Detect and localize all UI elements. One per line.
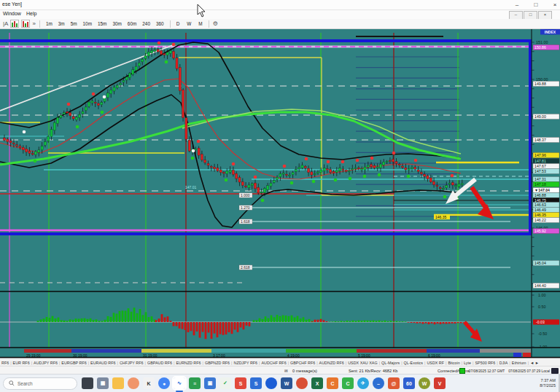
instrument-tab-euraud-rf6[interactable]: EURAUD RF6 (89, 361, 117, 365)
status-messages: 0 message(s) (292, 369, 317, 373)
time-axis-label: 3 17:00 (213, 353, 225, 358)
instrument-tab-ql-majors[interactable]: QL-Majors (380, 361, 401, 365)
price-tag-label: 149.00 (534, 114, 546, 119)
candle (263, 189, 265, 192)
instrument-tab-usdx-xau-xag[interactable]: USDX XAU XAG (346, 361, 378, 365)
taskbar-app-s-blue[interactable]: S (250, 377, 262, 389)
menu-window[interactable]: Window (3, 11, 21, 16)
font-tool-icon[interactable]: |A (3, 20, 8, 28)
buy-signal-dot (443, 195, 447, 199)
chart-canvas[interactable]: 151.00150.00146.001.000.50-0.50-1.00150.… (0, 29, 560, 358)
instrument-tab-nzdjpy-rf6[interactable]: NZDJPY RF6 (233, 361, 260, 365)
macd-bar (303, 317, 305, 322)
buy-signal-dot (349, 177, 352, 181)
time-axis-label: 30 19:00 (73, 353, 88, 358)
taskbar-app-c-green[interactable]: C (342, 377, 354, 389)
instrument-tab-gbpchf-rf6[interactable]: GBPCHF RF6 (289, 361, 316, 365)
timeframe-button-240[interactable]: 240 (140, 20, 152, 28)
instrument-tab-audchf-rf6[interactable]: AUDCHF RF6 (260, 361, 287, 365)
window-close-button[interactable]: × (547, 0, 560, 9)
candle (414, 167, 416, 169)
taskbar-app-k-editor[interactable]: K (143, 377, 155, 389)
instrument-tab-audnzd-rf6[interactable]: AUDNZD RF6 (318, 361, 346, 365)
macd-bar (329, 321, 331, 322)
macd-bar (63, 321, 66, 322)
search-input[interactable]: Search (3, 377, 77, 390)
instrument-tab-gbpnzd-rf6[interactable]: GBPNZD RF6 (203, 361, 231, 365)
candle-chart-icon[interactable] (10, 20, 19, 28)
macd-bar (84, 318, 86, 322)
taskbar-app-red-circle-app[interactable] (296, 377, 308, 389)
menu-help[interactable]: Help (26, 11, 36, 16)
timeframe-button-1m[interactable]: 1m (44, 20, 55, 28)
period-button-M[interactable]: M (196, 20, 204, 28)
timeframe-button-60m[interactable]: 60m (125, 20, 139, 28)
taskbar-app-camtasia-orange[interactable]: C (327, 377, 338, 389)
taskbar-app-s-red[interactable]: S (235, 377, 246, 389)
mail-icon[interactable]: ✉ (284, 369, 288, 373)
inchart-price-label: 147.01 (185, 185, 197, 189)
instrument-tab-ethirium[interactable]: Ethirium (510, 361, 528, 365)
taskbar-app-photos-blue[interactable]: ▣ (204, 377, 216, 389)
candle (311, 172, 313, 175)
candle (106, 93, 109, 98)
taskbar-clock[interactable]: 7:37 AM 8/7/2025 (540, 378, 556, 388)
window-maximize-button[interactable]: □ (528, 0, 544, 9)
taskbar-app-ledger-green[interactable]: ≡ (189, 377, 201, 389)
timeframe-button-10m[interactable]: 10m (81, 20, 94, 28)
instrument-tab-gbpaud-rf6[interactable]: GBPAUD RF6 (146, 361, 174, 365)
macd-bar (205, 322, 207, 339)
period-button-W[interactable]: W (184, 20, 193, 28)
macd-bar (184, 322, 187, 330)
window-minimize-button[interactable]: – (509, 0, 525, 9)
candle (411, 168, 413, 168)
price-tag-label: 144.40 (534, 283, 546, 288)
candle (323, 168, 325, 171)
taskbar-app-excel[interactable]: X (311, 377, 323, 389)
instrument-tab-eurnzd-rf6[interactable]: EURNZD RF6 (174, 361, 202, 365)
instrument-tab-ql-exotics[interactable]: QL-Exotics (402, 361, 424, 365)
instrument-tab--[interactable]: ◄ ► (529, 361, 540, 365)
instrument-tab-sp500-rf6[interactable]: SP500 RF6 (473, 361, 497, 365)
taskbar-app-trading-platform[interactable]: ∿ (174, 377, 185, 389)
macd-bar (408, 322, 410, 323)
timeframe-button-360[interactable]: 360 (154, 20, 166, 28)
taskbar-app-calculator[interactable]: ▦ (97, 377, 109, 389)
taskbar-app-telegram[interactable]: ✈ (357, 377, 369, 389)
instrument-tab-usdx-rf[interactable]: USDX RF (425, 361, 446, 365)
instrument-tab-audjpy-rf6[interactable]: AUDJPY RF6 (32, 361, 59, 365)
timeframe-button-3m[interactable]: 3m (56, 20, 67, 28)
corner-tag-blue[interactable] (513, 353, 521, 357)
toolbar-overflow-chevron[interactable]: » (32, 20, 35, 28)
instrument-tab-eur-rf6[interactable]: EUR RF6 (12, 361, 31, 365)
taskbar-app-word-blue[interactable]: W (281, 377, 292, 389)
taskbar-app-dark-app[interactable] (82, 377, 93, 389)
instrument-tab-bitcoin[interactable]: Bitcoin (446, 361, 461, 365)
timeframe-button-30m[interactable]: 30m (110, 20, 123, 28)
instrument-tab-lyte[interactable]: Lyte (462, 361, 472, 365)
taskbar-app-chat-blue[interactable] (265, 377, 277, 389)
taskbar-app-v-shield[interactable]: V (434, 377, 446, 389)
taskbar-app-file-explorer[interactable] (112, 377, 124, 389)
macd-bar (214, 322, 216, 334)
taskbar-app-check-green[interactable]: ✓ (219, 377, 231, 389)
instrument-tab-djia[interactable]: DJIA (498, 361, 510, 365)
instrument-tab-rf6[interactable]: RF6 (0, 361, 10, 365)
corner-tag-red[interactable] (523, 353, 531, 357)
taskbar-app-blue-dash[interactable]: – (373, 377, 384, 389)
status-chart-icon[interactable] (551, 368, 559, 374)
taskbar-app-w-olive[interactable]: W (419, 377, 430, 389)
instrument-tab-chfjpy-rf6[interactable]: CHFJPY RF6 (118, 361, 145, 365)
period-button-D[interactable]: D (174, 20, 182, 28)
taskbar-app-peach-app[interactable] (128, 377, 139, 389)
timeframe-button-15m[interactable]: 15m (96, 20, 109, 28)
taskbar-app-mail-orange[interactable]: @ (388, 377, 400, 389)
buy-signal-dot (101, 111, 104, 114)
candle-chart-icon-2[interactable] (21, 20, 30, 28)
instrument-tab-eurgbp-rf6[interactable]: EURGBP RF6 (60, 361, 88, 365)
taskbar-app-blue-60[interactable]: 60 (403, 377, 415, 389)
settings-gear-icon[interactable]: ⚙ (213, 20, 218, 28)
timeframe-button-5m[interactable]: 5m (69, 20, 79, 28)
macd-bar (37, 321, 39, 322)
taskbar-app-chrome[interactable]: ● (158, 377, 170, 389)
